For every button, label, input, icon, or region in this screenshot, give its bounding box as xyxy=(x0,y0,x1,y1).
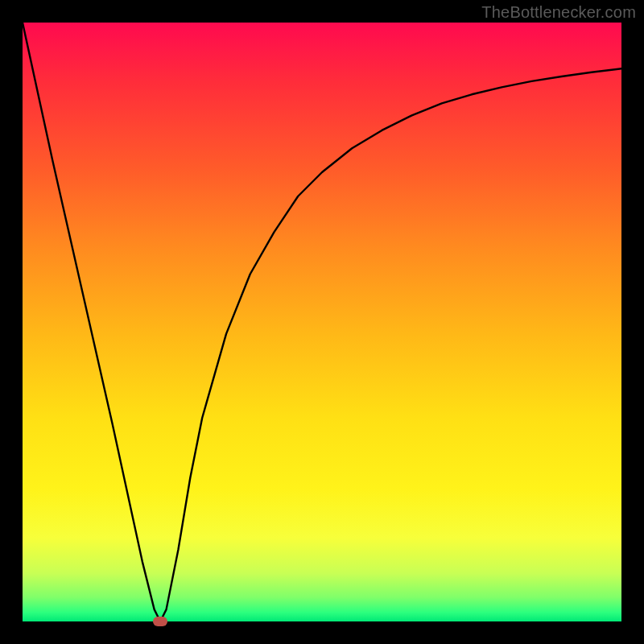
attribution-text: TheBottlenecker.com xyxy=(481,3,636,22)
chart-container: TheBottlenecker.com xyxy=(0,0,644,644)
optimal-point-marker xyxy=(153,617,167,626)
curve-svg xyxy=(23,23,621,621)
bottleneck-curve xyxy=(23,23,621,621)
plot-area xyxy=(23,23,621,621)
